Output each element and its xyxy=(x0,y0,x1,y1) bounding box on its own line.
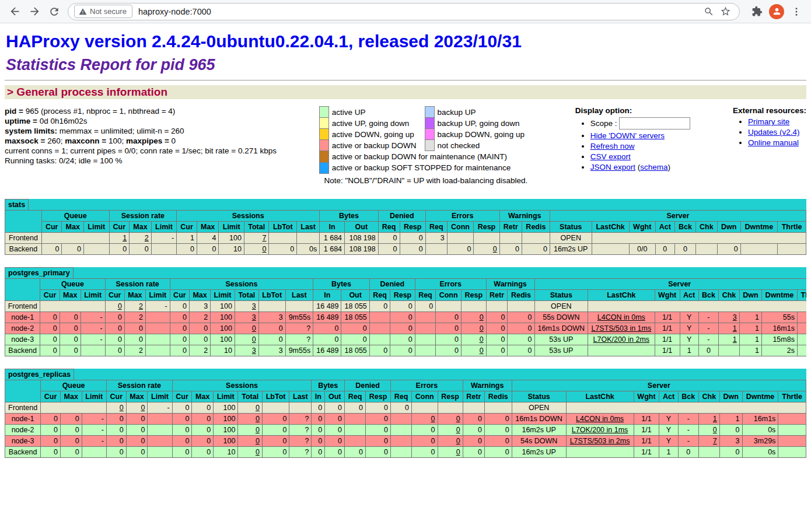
extensions-icon[interactable] xyxy=(747,2,767,22)
table-cell: 0 xyxy=(463,446,484,457)
column-header: Redis xyxy=(484,391,512,402)
column-header: Max xyxy=(62,221,84,232)
table-cell: 4 xyxy=(197,232,219,243)
table-cell: 0s xyxy=(742,446,778,457)
table-cell xyxy=(40,300,105,312)
table-cell: 0 xyxy=(172,446,192,457)
row-name: Frontend xyxy=(5,232,42,243)
table-cell: 0 xyxy=(415,300,435,312)
not-secure-chip[interactable]: Not secure xyxy=(74,5,132,18)
table-cell: 0 xyxy=(365,435,390,446)
column-header: Retr xyxy=(499,221,522,232)
external-resource-link[interactable]: Updates (v2.4) xyxy=(748,128,800,136)
table-cell: 0/0 xyxy=(629,243,655,254)
proxy-section-postgres-replicas: postgres_replicasQueueSession rateSessio… xyxy=(5,369,806,458)
table-cell: 0 xyxy=(390,334,415,345)
external-resource-link[interactable]: Primary site xyxy=(748,117,789,126)
scope-input[interactable] xyxy=(619,117,690,130)
corner-cell xyxy=(5,380,41,402)
row-name: Frontend xyxy=(5,300,40,312)
table-cell: 0 xyxy=(60,312,81,323)
display-option-link[interactable]: Refresh now xyxy=(590,142,635,150)
column-group: Session rate xyxy=(105,278,170,289)
column-header: LastChk xyxy=(566,391,634,402)
table-cell: 0 xyxy=(462,345,487,356)
profile-avatar[interactable] xyxy=(769,4,784,19)
table-cell xyxy=(289,402,312,413)
address-bar[interactable]: Not secure haproxy-node:7000 xyxy=(68,3,740,20)
back-button[interactable] xyxy=(5,2,25,22)
table-cell: 0 xyxy=(190,323,211,334)
json-schema-link[interactable]: schema xyxy=(640,163,667,172)
table-cell xyxy=(592,243,629,254)
table-cell: 0 xyxy=(106,435,126,446)
zoom-icon[interactable] xyxy=(701,4,717,20)
column-header: Out xyxy=(341,289,369,300)
column-header: Last xyxy=(289,391,312,402)
proxy-name: postgres_primary xyxy=(5,267,74,278)
table-cell: 0 xyxy=(486,345,508,356)
external-resource-link[interactable]: Online manual xyxy=(748,138,799,147)
stats-table: QueueSession rateSessionsBytesDeniedErro… xyxy=(5,278,806,356)
display-option-link[interactable]: CSV export xyxy=(590,152,631,161)
table-cell: 0 xyxy=(484,424,512,435)
legend-swatch xyxy=(319,151,328,163)
security-label: Not secure xyxy=(90,7,127,16)
table-cell xyxy=(719,345,739,356)
pid-line: pid = 965 (process #1, nbproc = 1, nbthr… xyxy=(5,106,277,116)
display-option-item: Refresh now xyxy=(590,142,691,150)
table-cell: 0 xyxy=(60,413,82,424)
table-cell: 0 xyxy=(238,424,262,435)
column-header: Limit xyxy=(214,391,238,402)
forward-button[interactable] xyxy=(25,2,44,22)
table-cell: L7STS/503 in 2ms xyxy=(566,435,634,446)
column-header: Max xyxy=(197,221,219,232)
table-cell: 1 xyxy=(719,413,742,424)
bookmark-star-icon[interactable] xyxy=(717,4,733,20)
table-cell: Y xyxy=(659,424,678,435)
table-cell xyxy=(285,300,313,312)
column-header: Last xyxy=(285,289,313,300)
menu-icon[interactable] xyxy=(786,2,806,22)
table-cell: 0 xyxy=(717,243,740,254)
divider xyxy=(5,80,806,80)
table-cell xyxy=(438,402,463,413)
table-cell xyxy=(145,345,170,356)
legend-swatch xyxy=(319,162,328,173)
column-group: Errors xyxy=(415,278,486,289)
table-cell: 0 xyxy=(462,334,487,345)
table-cell xyxy=(698,446,719,457)
table-cell: 0 xyxy=(190,334,211,345)
proxy-title-table: postgres_primary xyxy=(5,267,806,278)
column-header: Max xyxy=(60,391,82,402)
table-cell: 0 xyxy=(438,435,463,446)
table-cell: 0 xyxy=(41,243,62,254)
table-cell: 0 xyxy=(126,424,148,435)
table-cell: 16m1s xyxy=(761,323,797,334)
column-header: Cur xyxy=(40,289,60,300)
column-header: Thrtle xyxy=(778,221,806,232)
display-option-item: Hide 'DOWN' servers xyxy=(590,131,691,140)
table-cell: 1/1 xyxy=(634,424,659,435)
column-header: Act xyxy=(655,221,674,232)
table-cell: 100 xyxy=(211,334,235,345)
back-icon xyxy=(9,5,21,18)
display-option-link[interactable]: Hide 'DOWN' servers xyxy=(590,131,665,140)
table-cell: 18 055 xyxy=(341,312,369,323)
table-cell: 0 xyxy=(126,435,148,446)
table-cell: 0 xyxy=(369,300,390,312)
page-title[interactable]: HAProxy version 2.4.24-0ubuntu0.22.04.1,… xyxy=(6,32,806,51)
table-cell xyxy=(797,345,806,356)
paren-close: ) xyxy=(667,163,670,172)
column-header: Resp xyxy=(390,289,415,300)
table-cell: 0 xyxy=(126,402,148,413)
table-cell xyxy=(447,232,474,243)
column-header: Last xyxy=(297,221,320,232)
table-row: Frontend02-03100316 48918 055000OPEN xyxy=(5,300,807,312)
json-export-item: JSON export (schema) xyxy=(590,163,691,172)
table-cell xyxy=(436,300,462,312)
reload-button[interactable] xyxy=(44,2,64,22)
table-cell: 0 xyxy=(463,435,484,446)
json-export-link[interactable]: JSON export xyxy=(590,163,635,172)
table-cell: 53s UP xyxy=(534,334,588,345)
